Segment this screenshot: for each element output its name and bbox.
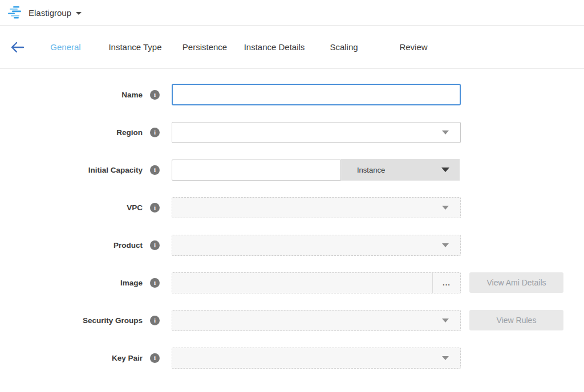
app-title[interactable]: Elastigroup [29, 8, 71, 18]
key-pair-info-icon[interactable]: i [150, 353, 160, 363]
key-pair-label: Key Pair [0, 354, 143, 362]
product-select [172, 235, 461, 256]
capacity-unit-value: Instance [357, 166, 385, 174]
region-label: Region [0, 128, 143, 137]
initial-capacity-label: Initial Capacity [0, 166, 143, 174]
key-pair-select [172, 348, 461, 369]
tab-review[interactable]: Review [379, 42, 448, 52]
tab-general[interactable]: General [31, 42, 100, 52]
elastigroup-logo-icon [8, 6, 23, 19]
region-info-icon[interactable]: i [150, 128, 160, 137]
view-rules-button[interactable]: View Rules [469, 310, 563, 330]
region-select[interactable] [172, 122, 461, 143]
chevron-down-icon [442, 206, 449, 210]
app-switcher-caret-icon[interactable] [76, 12, 82, 15]
wizard-tab-bar: General Instance Type Persistence Instan… [0, 26, 584, 69]
chevron-down-icon [442, 318, 449, 322]
security-groups-label: Security Groups [0, 316, 143, 325]
name-info-icon[interactable]: i [150, 90, 160, 100]
product-label: Product [0, 241, 143, 250]
general-settings-form: Name i Region i Initial Capacity i Insta… [0, 69, 584, 369]
image-input: ... [172, 272, 461, 293]
chevron-down-icon [441, 168, 449, 172]
region-row: Region i [0, 121, 584, 143]
tab-instance-details[interactable]: Instance Details [240, 42, 309, 52]
name-label: Name [0, 91, 143, 99]
tab-instance-type[interactable]: Instance Type [100, 42, 170, 52]
vpc-select [172, 197, 461, 218]
chevron-down-icon [442, 243, 449, 247]
capacity-unit-select[interactable]: Instance [341, 159, 460, 181]
image-label: Image [0, 279, 143, 287]
key-pair-row: Key Pair i [0, 347, 584, 369]
view-ami-details-button[interactable]: View Ami Details [469, 272, 563, 293]
product-info-icon[interactable]: i [150, 240, 160, 250]
back-arrow-icon[interactable] [10, 41, 25, 54]
tab-persistence[interactable]: Persistence [170, 42, 240, 52]
initial-capacity-input[interactable] [172, 160, 341, 181]
name-row: Name i [0, 84, 584, 105]
wizard-tabs: General Instance Type Persistence Instan… [31, 42, 448, 52]
image-row: Image i ... View Ami Details [0, 272, 584, 293]
product-row: Product i [0, 234, 584, 256]
chevron-down-icon [442, 356, 449, 360]
vpc-row: VPC i [0, 197, 584, 218]
security-groups-info-icon[interactable]: i [150, 316, 160, 325]
chevron-down-icon [442, 130, 449, 134]
image-info-icon[interactable]: i [150, 278, 160, 288]
initial-capacity-row: Initial Capacity i Instance [0, 159, 584, 181]
name-input[interactable] [172, 84, 461, 105]
vpc-info-icon[interactable]: i [150, 203, 160, 213]
image-browse-button[interactable]: ... [433, 273, 460, 293]
vpc-label: VPC [0, 203, 143, 212]
tab-scaling[interactable]: Scaling [309, 42, 379, 52]
top-bar: Elastigroup [0, 0, 584, 26]
security-groups-row: Security Groups i View Rules [0, 309, 584, 331]
security-groups-select [172, 310, 461, 331]
initial-capacity-info-icon[interactable]: i [150, 165, 160, 175]
